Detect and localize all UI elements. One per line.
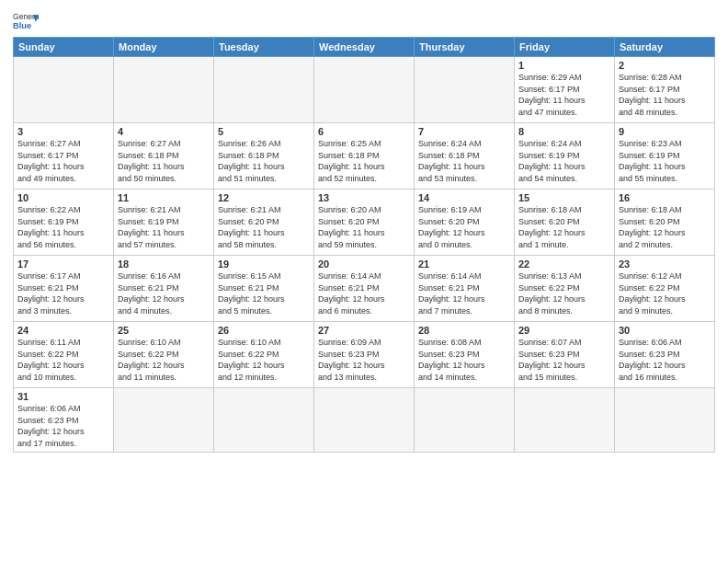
day-number: 28 [418,325,510,336]
day-info: Sunrise: 6:19 AM Sunset: 6:20 PM Dayligh… [418,204,510,250]
calendar-week-row: 17Sunrise: 6:17 AM Sunset: 6:21 PM Dayli… [14,256,715,322]
calendar-cell: 7Sunrise: 6:24 AM Sunset: 6:18 PM Daylig… [415,123,515,190]
day-info: Sunrise: 6:23 AM Sunset: 6:19 PM Dayligh… [619,138,711,184]
day-info: Sunrise: 6:10 AM Sunset: 6:22 PM Dayligh… [218,337,310,383]
day-info: Sunrise: 6:18 AM Sunset: 6:20 PM Dayligh… [619,204,711,250]
calendar-cell: 21Sunrise: 6:14 AM Sunset: 6:21 PM Dayli… [415,256,515,322]
weekday-header-tuesday: Tuesday [214,38,314,57]
day-info: Sunrise: 6:29 AM Sunset: 6:17 PM Dayligh… [518,72,610,118]
calendar-cell: 30Sunrise: 6:06 AM Sunset: 6:23 PM Dayli… [615,322,715,388]
day-number: 22 [518,259,610,270]
calendar-week-row: 31Sunrise: 6:06 AM Sunset: 6:23 PM Dayli… [14,388,715,453]
day-info: Sunrise: 6:24 AM Sunset: 6:18 PM Dayligh… [418,138,510,184]
day-number: 16 [619,192,711,203]
day-number: 13 [318,192,410,203]
day-number: 6 [318,126,410,137]
calendar-cell: 14Sunrise: 6:19 AM Sunset: 6:20 PM Dayli… [415,190,515,256]
calendar-cell: 11Sunrise: 6:21 AM Sunset: 6:19 PM Dayli… [114,190,214,256]
day-info: Sunrise: 6:12 AM Sunset: 6:22 PM Dayligh… [619,270,711,316]
calendar-cell [14,57,114,123]
day-number: 12 [218,192,310,203]
weekday-header-thursday: Thursday [415,38,515,57]
day-number: 31 [17,391,109,402]
day-number: 25 [118,325,210,336]
day-info: Sunrise: 6:17 AM Sunset: 6:21 PM Dayligh… [17,270,109,316]
day-info: Sunrise: 6:26 AM Sunset: 6:18 PM Dayligh… [218,138,310,184]
calendar-cell [615,388,715,453]
day-info: Sunrise: 6:25 AM Sunset: 6:18 PM Dayligh… [318,138,410,184]
day-info: Sunrise: 6:14 AM Sunset: 6:21 PM Dayligh… [318,270,410,316]
calendar-cell [114,388,214,453]
calendar-cell: 8Sunrise: 6:24 AM Sunset: 6:19 PM Daylig… [515,123,615,190]
calendar-cell: 13Sunrise: 6:20 AM Sunset: 6:20 PM Dayli… [314,190,415,256]
weekday-header-wednesday: Wednesday [314,38,415,57]
day-number: 9 [619,126,711,137]
day-number: 18 [118,259,210,270]
generalblue-logo-icon: General Blue [13,9,39,35]
day-info: Sunrise: 6:16 AM Sunset: 6:21 PM Dayligh… [118,270,210,316]
calendar-cell: 2Sunrise: 6:28 AM Sunset: 6:17 PM Daylig… [615,57,715,123]
day-info: Sunrise: 6:14 AM Sunset: 6:21 PM Dayligh… [418,270,510,316]
day-number: 21 [418,259,510,270]
calendar-cell: 18Sunrise: 6:16 AM Sunset: 6:21 PM Dayli… [114,256,214,322]
calendar-cell: 29Sunrise: 6:07 AM Sunset: 6:23 PM Dayli… [515,322,615,388]
calendar-cell [415,57,515,123]
day-number: 4 [118,126,210,137]
day-number: 20 [318,259,410,270]
day-number: 10 [17,192,109,203]
day-number: 26 [218,325,310,336]
calendar-cell: 10Sunrise: 6:22 AM Sunset: 6:19 PM Dayli… [14,190,114,256]
calendar-cell: 25Sunrise: 6:10 AM Sunset: 6:22 PM Dayli… [114,322,214,388]
calendar-cell: 3Sunrise: 6:27 AM Sunset: 6:17 PM Daylig… [14,123,114,190]
calendar-cell [214,388,314,453]
day-info: Sunrise: 6:06 AM Sunset: 6:23 PM Dayligh… [17,403,109,449]
page: General Blue SundayMondayTuesdayWednesda… [0,0,728,462]
day-number: 29 [518,325,610,336]
calendar-week-row: 24Sunrise: 6:11 AM Sunset: 6:22 PM Dayli… [14,322,715,388]
day-number: 27 [318,325,410,336]
day-number: 30 [619,325,711,336]
calendar-week-row: 10Sunrise: 6:22 AM Sunset: 6:19 PM Dayli… [14,190,715,256]
weekday-header-monday: Monday [114,38,214,57]
calendar-cell: 6Sunrise: 6:25 AM Sunset: 6:18 PM Daylig… [314,123,415,190]
weekday-header-saturday: Saturday [615,38,715,57]
calendar-cell: 28Sunrise: 6:08 AM Sunset: 6:23 PM Dayli… [415,322,515,388]
calendar-cell: 17Sunrise: 6:17 AM Sunset: 6:21 PM Dayli… [14,256,114,322]
calendar-cell: 15Sunrise: 6:18 AM Sunset: 6:20 PM Dayli… [515,190,615,256]
weekday-header-row: SundayMondayTuesdayWednesdayThursdayFrid… [14,38,715,57]
calendar-cell: 16Sunrise: 6:18 AM Sunset: 6:20 PM Dayli… [615,190,715,256]
day-number: 24 [17,325,109,336]
day-number: 8 [518,126,610,137]
calendar-cell: 5Sunrise: 6:26 AM Sunset: 6:18 PM Daylig… [214,123,314,190]
calendar-cell [515,388,615,453]
day-info: Sunrise: 6:24 AM Sunset: 6:19 PM Dayligh… [518,138,610,184]
calendar-cell: 22Sunrise: 6:13 AM Sunset: 6:22 PM Dayli… [515,256,615,322]
day-info: Sunrise: 6:07 AM Sunset: 6:23 PM Dayligh… [518,337,610,383]
day-number: 17 [17,259,109,270]
day-info: Sunrise: 6:21 AM Sunset: 6:19 PM Dayligh… [118,204,210,250]
day-number: 2 [619,60,711,71]
calendar-cell: 9Sunrise: 6:23 AM Sunset: 6:19 PM Daylig… [615,123,715,190]
day-info: Sunrise: 6:20 AM Sunset: 6:20 PM Dayligh… [318,204,410,250]
calendar-table: SundayMondayTuesdayWednesdayThursdayFrid… [13,37,715,453]
day-number: 3 [17,126,109,137]
calendar-cell: 1Sunrise: 6:29 AM Sunset: 6:17 PM Daylig… [515,57,615,123]
header: General Blue [13,9,715,35]
day-info: Sunrise: 6:06 AM Sunset: 6:23 PM Dayligh… [619,337,711,383]
weekday-header-sunday: Sunday [14,38,114,57]
day-number: 1 [518,60,610,71]
day-info: Sunrise: 6:28 AM Sunset: 6:17 PM Dayligh… [619,72,711,118]
calendar-cell: 20Sunrise: 6:14 AM Sunset: 6:21 PM Dayli… [314,256,415,322]
calendar-cell: 12Sunrise: 6:21 AM Sunset: 6:20 PM Dayli… [214,190,314,256]
day-info: Sunrise: 6:18 AM Sunset: 6:20 PM Dayligh… [518,204,610,250]
weekday-header-friday: Friday [515,38,615,57]
day-number: 11 [118,192,210,203]
day-info: Sunrise: 6:27 AM Sunset: 6:17 PM Dayligh… [17,138,109,184]
calendar-cell: 23Sunrise: 6:12 AM Sunset: 6:22 PM Dayli… [615,256,715,322]
day-number: 5 [218,126,310,137]
day-number: 19 [218,259,310,270]
calendar-cell [415,388,515,453]
day-number: 14 [418,192,510,203]
day-number: 15 [518,192,610,203]
svg-text:Blue: Blue [13,21,31,30]
